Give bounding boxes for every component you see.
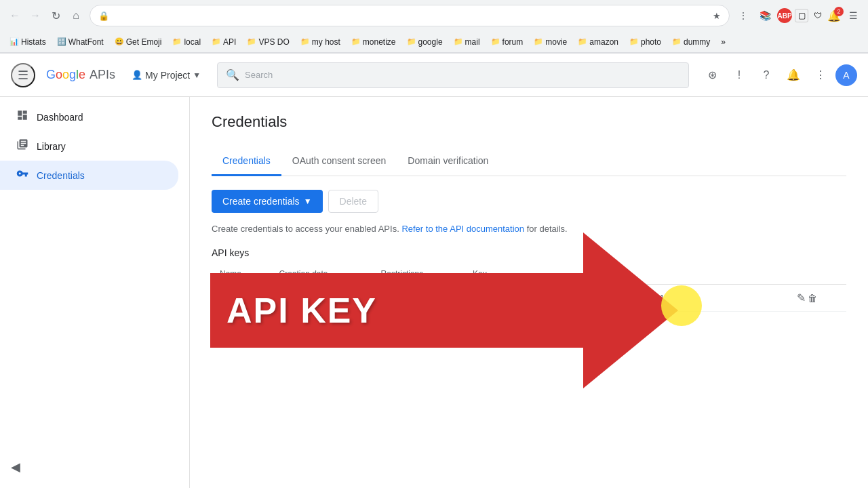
create-btn-arrow: ▼ — [304, 197, 312, 206]
url-input[interactable]: https://console.developers.google.com/ap… — [113, 11, 709, 21]
top-nav-actions: ⊛ ! ? 🔔 ⋮ A — [700, 63, 857, 87]
emoji-icon: 😀 — [115, 37, 124, 46]
edit-key-button[interactable]: ✎ — [797, 291, 806, 304]
vpsdo-icon: 📁 — [247, 37, 256, 46]
address-star-icon[interactable]: ★ — [713, 11, 721, 21]
col-name: Name — [212, 264, 271, 285]
search-icon: 🔍 — [226, 68, 239, 81]
row-creation-date — [271, 285, 373, 312]
search-bar[interactable]: 🔍 Search — [217, 62, 689, 88]
more-options-button[interactable]: ⋮ — [808, 63, 833, 87]
bookmark-amazon[interactable]: 📁 amazon — [574, 35, 623, 49]
adblock-icon[interactable]: ABP — [777, 8, 792, 23]
bookmark-myhost[interactable]: 📁 my host — [296, 35, 344, 49]
api-keys-section: API keys Name Creation date Restrictions… — [212, 247, 846, 312]
toolbar: Create credentials ▼ Delete — [212, 190, 846, 213]
col-creation: Creation date — [271, 264, 373, 285]
abp-label: ABP — [777, 12, 791, 20]
bookmark-api[interactable]: 📁 API — [208, 35, 240, 49]
bookmark-histats[interactable]: 📊 Histats — [5, 35, 50, 49]
create-credentials-button[interactable]: Create credentials ▼ — [212, 190, 323, 213]
content-area: Credentials Credentials OAuth consent sc… — [190, 97, 868, 488]
tab-credentials[interactable]: Credentials — [212, 147, 281, 176]
pocket-btn[interactable]: 📚 — [755, 6, 774, 25]
bookmark-getemoji[interactable]: 😀 Get Emoji — [111, 35, 166, 49]
google-icon: 📁 — [407, 37, 416, 46]
bookmark-monetize[interactable]: 📁 monetize — [347, 35, 400, 49]
tab-domain[interactable]: Domain verification — [397, 147, 499, 176]
project-icon: 👤 — [132, 70, 142, 80]
row-restrictions — [373, 285, 465, 312]
bookmarks-bar: 📊 Histats 🔠 WhatFont 😀 Get Emoji 📁 local… — [0, 31, 868, 53]
more-bookmarks-icon: » — [721, 37, 726, 47]
delete-button[interactable]: Delete — [328, 190, 378, 213]
extension-icons: ⋮ 📚 ABP ▢ 🛡 🔔 2 ☰ — [734, 6, 863, 25]
col-restrictions: Restrictions — [373, 264, 465, 285]
sidebar-item-credentials[interactable]: Credentials — [0, 161, 178, 190]
bookmark-vpsdo[interactable]: 📁 VPS DO — [243, 35, 293, 49]
dummy-icon: 📁 — [672, 37, 682, 46]
lock-icon: 🔒 — [98, 11, 109, 21]
browser-toolbar: ← → ↻ ⌂ 🔒 https://console.developers.goo… — [0, 0, 868, 31]
back-button[interactable]: ← — [5, 6, 24, 25]
col-key: Key — [465, 264, 789, 285]
nav-buttons: ← → ↻ ⌂ — [5, 6, 85, 25]
api-keys-title: API keys — [212, 247, 846, 258]
bookmark-movie[interactable]: 📁 movie — [530, 35, 571, 49]
feedback-button[interactable]: ! — [727, 63, 751, 87]
sidebar-library-label: Library — [37, 141, 66, 152]
description-text: Create credentials to access your enable… — [212, 224, 846, 234]
forum-icon: 📁 — [491, 37, 500, 46]
table-row: AIzaSyAxmyXez2D05-HHsxARr3qTwR8NM2zI7h4 … — [212, 285, 846, 312]
notifications-button[interactable]: 🔔 — [781, 63, 806, 87]
library-icon — [16, 138, 28, 154]
apps-button[interactable]: ⊛ — [700, 63, 724, 87]
tab-oauth[interactable]: OAuth consent screen — [281, 147, 397, 176]
sidebar-item-library[interactable]: Library — [0, 131, 178, 161]
sidebar-dashboard-label: Dashboard — [37, 112, 83, 123]
cursor-highlight — [661, 285, 702, 326]
project-selector[interactable]: 👤 My Project ▼ — [126, 66, 206, 85]
notification-badge: 2 — [834, 7, 844, 16]
help-button[interactable]: ? — [754, 63, 778, 87]
bookmark-google[interactable]: 📁 google — [403, 35, 447, 49]
address-bar[interactable]: 🔒 https://console.developers.google.com/… — [90, 5, 730, 26]
col-actions — [789, 264, 846, 285]
screensave-icon[interactable]: ▢ — [795, 9, 808, 22]
histats-icon: 📊 — [9, 37, 19, 46]
page-title: Credentials — [212, 113, 846, 131]
movie-icon: 📁 — [534, 37, 543, 46]
refresh-button[interactable]: ↻ — [46, 6, 65, 25]
bookmark-photo[interactable]: 📁 photo — [625, 35, 665, 49]
sidebar-credentials-label: Credentials — [37, 170, 85, 181]
bookmark-more[interactable]: » — [717, 35, 730, 49]
apis-label: APIs — [90, 68, 115, 82]
forward-button[interactable]: → — [26, 6, 45, 25]
search-placeholder: Search — [245, 70, 273, 80]
row-name — [212, 285, 271, 312]
extensions-btn[interactable]: ⋮ — [734, 6, 753, 25]
home-button[interactable]: ⌂ — [66, 6, 85, 25]
bookmark-forum[interactable]: 📁 forum — [487, 35, 528, 49]
hamburger-button[interactable]: ☰ — [11, 63, 35, 87]
notification-ext[interactable]: 🔔 2 — [827, 9, 841, 22]
sidebar-collapse-button[interactable]: ◀ — [11, 460, 20, 474]
create-btn-label: Create credentials — [222, 196, 300, 207]
api-keys-table: Name Creation date Restrictions Key — [212, 264, 846, 312]
bookmark-whatfont[interactable]: 🔠 WhatFont — [53, 35, 108, 49]
shield-ext-icon[interactable]: 🛡 — [811, 9, 825, 22]
dashboard-icon — [16, 109, 28, 125]
photo-icon: 📁 — [629, 37, 639, 46]
bookmark-local[interactable]: 📁 local — [168, 35, 205, 49]
project-dropdown-icon: ▼ — [193, 70, 201, 80]
sidebar-item-dashboard[interactable]: Dashboard — [0, 102, 178, 131]
bookmark-dummy[interactable]: 📁 dummy — [668, 35, 714, 49]
api-icon: 📁 — [212, 37, 221, 46]
delete-key-button[interactable]: 🗑 — [808, 293, 817, 304]
collapse-icon: ◀ — [11, 460, 20, 474]
menu-button[interactable]: ☰ — [844, 6, 863, 25]
user-avatar[interactable]: A — [835, 64, 857, 86]
api-documentation-link[interactable]: Refer to the API documentation — [401, 224, 524, 234]
google-apis-logo: Google APIs — [46, 68, 115, 82]
bookmark-mail[interactable]: 📁 mail — [450, 35, 484, 49]
